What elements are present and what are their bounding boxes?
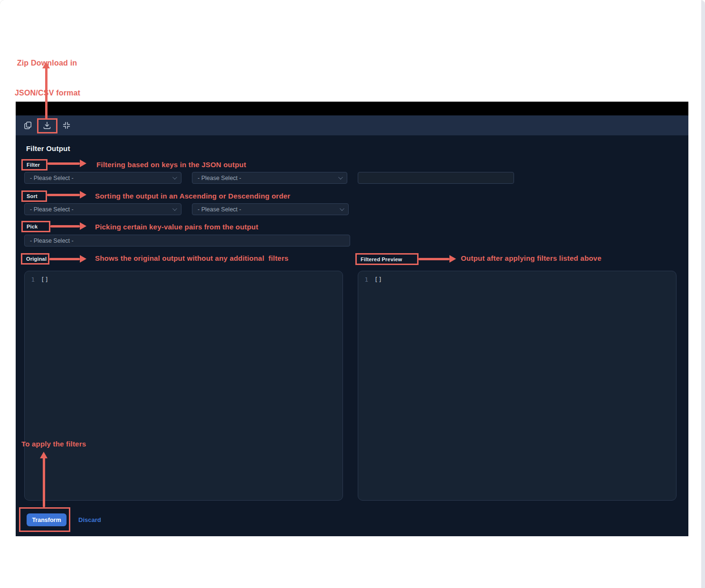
original-label-frame: Original (21, 253, 49, 265)
pick-annotation: Picking certain key-value pairs from the… (95, 223, 258, 231)
filter-arrow-shaft (48, 162, 80, 165)
pick-select[interactable]: - Please Select - (24, 235, 350, 247)
filter-operator-select[interactable]: - Please Select - (192, 172, 347, 184)
chevron-down-icon (338, 175, 343, 180)
code-content: [] (374, 276, 382, 283)
filter-output-screen: Filter Output Filter - Please Select - -… (0, 0, 705, 588)
zip-download-arrow-shaft (45, 67, 48, 119)
sort-key-select-value: - Please Select - (30, 206, 74, 213)
filter-annotation: Filtering based on keys in the JSON outp… (96, 161, 246, 169)
filtered-preview-arrow-head (449, 255, 456, 263)
filter-value-input[interactable] (358, 172, 514, 184)
filter-label: Filter (27, 162, 40, 168)
original-annotation: Shows the original output without any ad… (95, 254, 288, 262)
pick-label-frame: Pick (21, 221, 50, 232)
filtered-preview-label: Filtered Preview (361, 256, 402, 262)
filter-label-frame: Filter (21, 159, 48, 171)
chevron-down-icon (340, 206, 344, 211)
transform-button-frame (19, 507, 70, 532)
apply-arrow-shaft (43, 457, 45, 507)
page-edge-scrollbar[interactable] (701, 0, 705, 588)
download-button-frame (37, 118, 57, 133)
original-arrow-shaft (49, 258, 80, 260)
page-title: Filter Output (26, 144, 70, 152)
sort-arrow-shaft (47, 194, 80, 196)
code-content: [] (41, 276, 49, 283)
original-arrow-head (80, 255, 86, 263)
sort-label: Sort (27, 193, 38, 199)
original-output-editor[interactable]: 1 [] (24, 271, 343, 501)
sort-annotation: Sorting the output in an Ascending or De… (95, 192, 290, 200)
sort-arrow-head (80, 191, 86, 199)
filter-key-select-value: - Please Select - (30, 175, 74, 181)
top-black-bar (16, 102, 688, 115)
sort-order-select-value: - Please Select - (198, 206, 241, 213)
filtered-preview-annotation: Output after applying filters listed abo… (461, 254, 601, 262)
code-line: 1 [] (358, 271, 676, 283)
filter-key-select[interactable]: - Please Select - (24, 172, 181, 184)
pick-label: Pick (27, 224, 38, 229)
filter-operator-select-value: - Please Select - (198, 175, 241, 181)
chevron-down-icon (172, 175, 177, 180)
original-label: Original (26, 256, 47, 262)
filter-arrow-head (80, 160, 86, 167)
sort-order-select[interactable]: - Please Select - (192, 203, 349, 215)
discard-button[interactable]: Discard (78, 516, 101, 523)
filtered-preview-label-frame: Filtered Preview (355, 253, 419, 265)
copy-icon[interactable] (24, 121, 32, 130)
editor-toolbar (16, 115, 688, 135)
sort-key-select[interactable]: - Please Select - (24, 203, 181, 215)
code-line: 1 [] (25, 271, 343, 283)
line-number: 1 (358, 276, 374, 283)
apply-annotation: To apply the filters (21, 440, 86, 448)
pick-arrow-head (80, 222, 86, 230)
line-number: 1 (25, 276, 41, 283)
filtered-preview-arrow-shaft (419, 258, 449, 260)
collapse-icon[interactable] (62, 121, 71, 130)
filtered-preview-editor[interactable]: 1 [] (358, 271, 676, 501)
chevron-down-icon (172, 206, 177, 211)
pick-select-value: - Please Select - (30, 237, 74, 244)
sort-label-frame: Sort (21, 190, 47, 202)
pick-arrow-shaft (50, 225, 80, 228)
